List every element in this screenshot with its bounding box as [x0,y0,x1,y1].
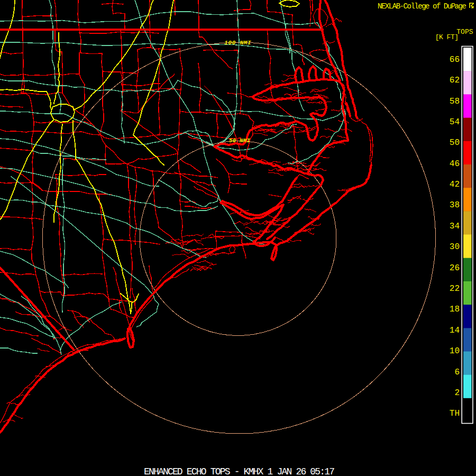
svg-text:TH: TH [450,409,460,418]
svg-text:42: 42 [450,180,460,189]
svg-text:22: 22 [450,284,460,294]
svg-text:2: 2 [454,388,460,398]
svg-text:10: 10 [450,346,460,356]
svg-text:18: 18 [450,305,460,314]
svg-text:54: 54 [450,117,460,127]
svg-text:62: 62 [450,76,460,85]
svg-text:NEXLAB-College of DuPage: NEXLAB-College of DuPage [378,2,466,11]
svg-text:ENHANCED ECHO TOPS - KMHX 1 JA: ENHANCED ECHO TOPS - KMHX 1 JAN 26 05:17 [144,466,334,476]
svg-text:30: 30 [450,242,460,252]
svg-text:26: 26 [450,263,460,273]
svg-text:TOPS: TOPS [456,28,473,36]
svg-text:100 NMI: 100 NMI [224,39,251,46]
svg-text:58: 58 [450,97,460,106]
svg-text:50 NMI: 50 NMI [229,138,250,144]
svg-text:14: 14 [450,326,460,335]
svg-text:34: 34 [450,222,460,231]
svg-text:6: 6 [454,368,460,377]
svg-text:50: 50 [450,138,460,148]
svg-text:46: 46 [450,159,460,169]
svg-text:[K FT]: [K FT] [435,33,459,41]
svg-text:38: 38 [450,200,460,210]
svg-text:66: 66 [450,55,460,65]
